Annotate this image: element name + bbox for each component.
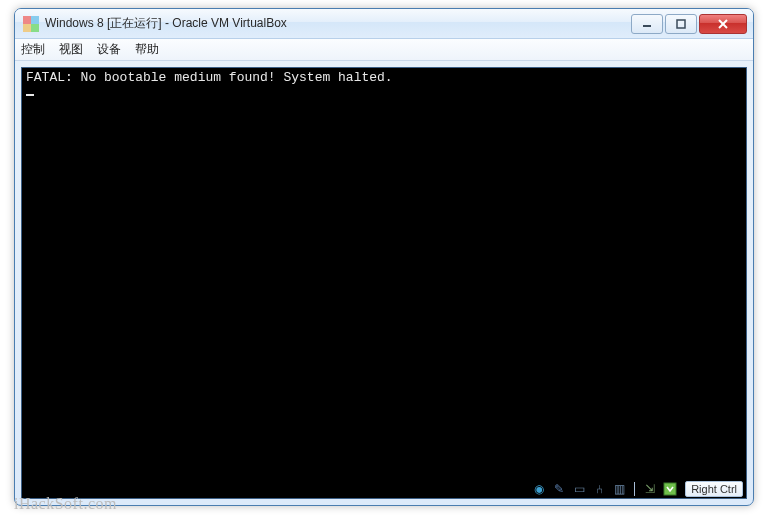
maximize-button[interactable] (665, 14, 697, 34)
host-key-indicator-icon[interactable] (662, 481, 678, 497)
watermark-text: iHackSoft.com (14, 495, 117, 513)
vm-display[interactable]: FATAL: No bootable medium found! System … (21, 67, 747, 499)
menu-control[interactable]: 控制 (21, 41, 45, 58)
close-button[interactable] (699, 14, 747, 34)
virtualbox-icon (23, 16, 39, 32)
shared-folders-icon[interactable]: ▥ (611, 481, 627, 497)
host-key-label[interactable]: Right Ctrl (685, 481, 743, 497)
minimize-button[interactable] (631, 14, 663, 34)
mouse-integration-icon[interactable]: ⇲ (642, 481, 658, 497)
hard-disk-icon[interactable]: ◉ (531, 481, 547, 497)
menu-devices[interactable]: 设备 (97, 41, 121, 58)
menu-help[interactable]: 帮助 (135, 41, 159, 58)
svg-rect-4 (664, 483, 676, 495)
statusbar: ◉ ✎ ▭ ⑃ ▥ ⇲ Right Ctrl (531, 479, 743, 499)
titlebar[interactable]: Windows 8 [正在运行] - Oracle VM VirtualBox (15, 9, 753, 39)
menubar: 控制 视图 设备 帮助 (15, 39, 753, 61)
window-title: Windows 8 [正在运行] - Oracle VM VirtualBox (45, 15, 287, 32)
console-line: FATAL: No bootable medium found! System … (26, 70, 742, 85)
menu-view[interactable]: 视图 (59, 41, 83, 58)
text-cursor (26, 94, 34, 96)
network-icon[interactable]: ▭ (571, 481, 587, 497)
separator (634, 482, 635, 496)
optical-drive-icon[interactable]: ✎ (551, 481, 567, 497)
usb-icon[interactable]: ⑃ (591, 481, 607, 497)
svg-rect-1 (677, 20, 685, 28)
vm-window: Windows 8 [正在运行] - Oracle VM VirtualBox … (14, 8, 754, 506)
window-controls (629, 14, 747, 34)
